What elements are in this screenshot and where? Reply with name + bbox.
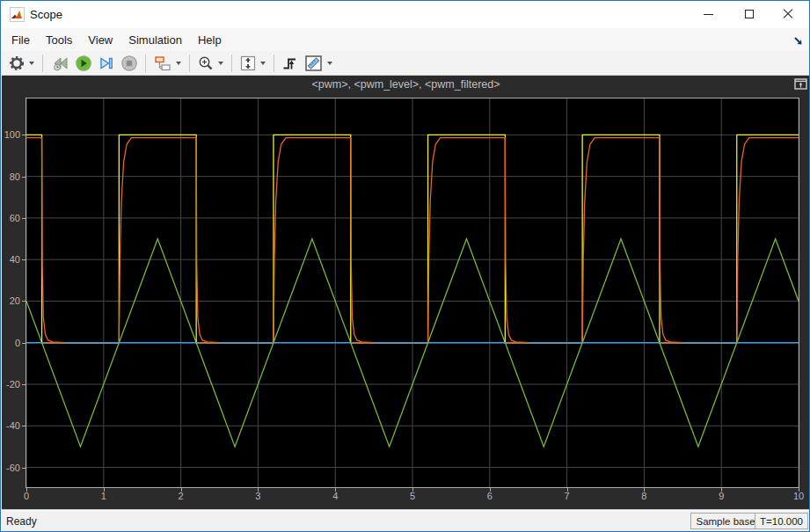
toolbar-separator <box>189 55 190 72</box>
step-back-button <box>48 53 71 74</box>
span-y-button[interactable] <box>237 53 259 74</box>
zoom-icon <box>197 55 215 72</box>
run-icon <box>75 55 92 72</box>
x-tick-label: 5 <box>395 491 430 501</box>
y-tick-mark <box>22 468 26 469</box>
status-bar: Ready Sample based T=10.000 <box>2 509 810 532</box>
zoom-button[interactable] <box>195 53 216 74</box>
x-tick-mark <box>26 488 27 492</box>
menu-help[interactable]: Help <box>190 30 230 50</box>
zoom-dropdown-caret[interactable] <box>218 62 223 65</box>
maximize-button[interactable] <box>729 1 769 27</box>
configuration-dropdown-caret[interactable] <box>29 62 34 65</box>
x-tick-mark <box>181 488 182 492</box>
close-icon <box>783 9 793 19</box>
x-tick-label: 9 <box>704 491 739 501</box>
trigger-button[interactable] <box>280 53 301 74</box>
minimize-button[interactable] <box>689 1 728 27</box>
x-tick-mark <box>104 488 105 492</box>
scope-window: Scope File Tools View Simulation Help <box>0 0 810 532</box>
x-tick-mark <box>335 488 336 492</box>
y-tick-mark <box>22 384 26 385</box>
signal-selector-button[interactable] <box>151 53 174 74</box>
matlab-logo-icon <box>10 7 25 22</box>
y-tick-mark <box>22 343 26 344</box>
signal-selector-dropdown-caret[interactable] <box>176 62 181 65</box>
y-tick-mark <box>22 301 26 302</box>
y-tick-mark <box>22 135 26 135</box>
trigger-icon <box>281 55 299 72</box>
x-tick-mark <box>799 488 799 492</box>
x-tick-mark <box>490 488 491 492</box>
y-tick-mark <box>22 259 26 260</box>
plot-axes[interactable] <box>26 98 799 488</box>
menu-view[interactable]: View <box>80 30 120 50</box>
menu-bar: File Tools View Simulation Help <box>2 28 809 51</box>
x-tick-mark <box>644 488 645 492</box>
status-text: Ready <box>6 515 37 528</box>
simulation-time-indicator: T=10.000 <box>755 513 808 529</box>
toolbar-separator <box>145 55 146 72</box>
blocks-icon <box>153 55 172 72</box>
measurements-button[interactable] <box>303 53 325 74</box>
x-tick-label: 3 <box>240 491 275 501</box>
x-tick-mark <box>721 488 722 492</box>
minimize-icon <box>704 14 713 15</box>
y-tick-label: 0 <box>0 338 20 348</box>
toolbar <box>2 51 809 76</box>
y-tick-mark <box>22 177 26 178</box>
y-tick-label: -60 <box>0 463 20 473</box>
x-tick-label: 1 <box>86 491 121 501</box>
menu-tools[interactable]: Tools <box>38 30 80 50</box>
y-tick-label: 80 <box>0 171 20 182</box>
x-tick-label: 7 <box>550 491 585 501</box>
configuration-button[interactable] <box>6 53 27 74</box>
x-tick-label: 8 <box>626 491 661 501</box>
stop-button <box>119 53 140 74</box>
y-tick-mark <box>22 218 26 219</box>
waveform-chart <box>26 98 799 487</box>
y-tick-label: 40 <box>0 254 20 265</box>
x-tick-label: 4 <box>317 491 353 501</box>
close-button[interactable] <box>768 1 807 27</box>
x-tick-label: 6 <box>472 491 507 501</box>
toolbar-separator <box>231 55 232 72</box>
x-tick-label: 2 <box>164 491 199 501</box>
gear-icon <box>8 55 26 72</box>
y-tick-mark <box>22 426 26 426</box>
scope-canvas: <pwm>, <pwm_level>, <pwm_filtered> -60-4… <box>2 76 810 509</box>
title-bar: Scope <box>1 1 809 28</box>
window-title: Scope <box>30 8 62 21</box>
toolbar-separator <box>274 55 274 72</box>
dock-arrow-icon[interactable] <box>793 34 804 45</box>
step-forward-button[interactable] <box>96 53 117 74</box>
step-back-icon <box>50 55 69 72</box>
menu-simulation[interactable]: Simulation <box>120 30 190 50</box>
x-tick-label: 0 <box>9 491 44 501</box>
y-tick-label: 20 <box>0 295 20 306</box>
y-tick-label: -20 <box>0 379 20 390</box>
y-tick-label: -40 <box>0 420 20 431</box>
x-tick-mark <box>412 488 413 492</box>
x-tick-mark <box>258 488 259 492</box>
stop-icon <box>120 55 138 72</box>
run-button[interactable] <box>73 53 94 74</box>
y-tick-label: 100 <box>0 129 20 140</box>
span-y-icon <box>239 55 257 72</box>
x-tick-label: 10 <box>781 491 810 501</box>
maximize-icon <box>745 10 754 18</box>
ruler-icon <box>304 55 324 72</box>
span-y-dropdown-caret[interactable] <box>260 62 266 65</box>
toolbar-separator <box>42 55 43 72</box>
axes-maximize-icon[interactable] <box>794 77 807 89</box>
menu-file[interactable]: File <box>4 30 38 50</box>
step-forward-icon <box>98 55 115 72</box>
y-tick-label: 60 <box>0 213 20 223</box>
plot-title: <pwm>, <pwm_level>, <pwm_filtered> <box>2 78 810 91</box>
x-tick-mark <box>567 488 568 492</box>
measurements-dropdown-caret[interactable] <box>327 62 332 65</box>
